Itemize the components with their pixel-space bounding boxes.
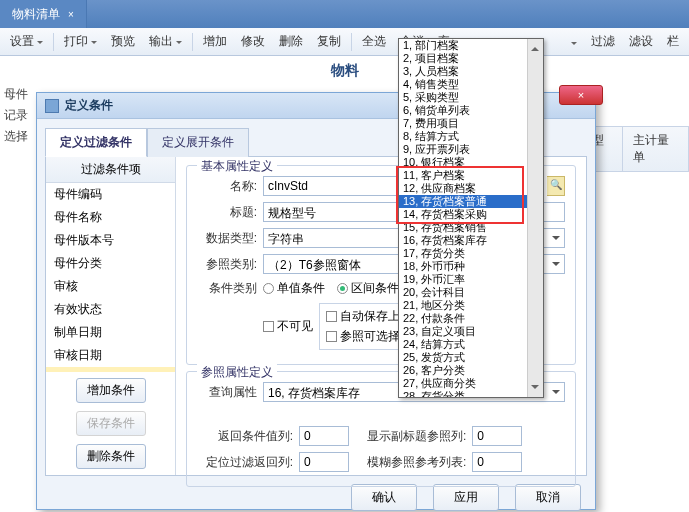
tb-copy[interactable]: 复制 xyxy=(311,29,347,54)
ref-dropdown[interactable]: 1, 部门档案2, 项目档案3, 人员档案4, 销售类型5, 采购类型6, 销货… xyxy=(398,38,544,398)
ok-button[interactable]: 确认 xyxy=(351,484,417,511)
col-uom[interactable]: 主计量单 xyxy=(623,127,689,171)
apply-button[interactable]: 应用 xyxy=(433,484,499,511)
tab-close-icon[interactable]: × xyxy=(68,9,74,20)
list-item[interactable]: 母件编码 xyxy=(46,183,175,206)
dropdown-item[interactable]: 20, 会计科目 xyxy=(399,286,543,299)
dropdown-item[interactable]: 14, 存货档案采购 xyxy=(399,208,543,221)
dropdown-item[interactable]: 23, 自定义项目 xyxy=(399,325,543,338)
dropdown-item[interactable]: 26, 客户分类 xyxy=(399,364,543,377)
fuzzy-input[interactable]: 0 xyxy=(472,452,522,472)
cancel-button[interactable]: 取消 xyxy=(515,484,581,511)
toolbar: 设置 打印 预览 输出 增加 修改 删除 复制 全选 全消 弃 过滤 滤设 栏 xyxy=(0,28,689,56)
dropdown-item[interactable]: 21, 地区分类 xyxy=(399,299,543,312)
dropdown-item[interactable]: 19, 外币汇率 xyxy=(399,273,543,286)
dropdown-item[interactable]: 7, 费用项目 xyxy=(399,117,543,130)
dropdown-item[interactable]: 15, 存货档案销售 xyxy=(399,221,543,234)
dropdown-item[interactable]: 3, 人员档案 xyxy=(399,65,543,78)
tb-filterset[interactable]: 滤设 xyxy=(623,29,659,54)
tab-filter-cond[interactable]: 定义过滤条件 xyxy=(45,128,147,157)
list-item[interactable]: 母件分类 xyxy=(46,252,175,275)
grid-row-labels: 母件 记录 选择 xyxy=(0,80,36,172)
add-cond-button[interactable]: 增加条件 xyxy=(76,378,146,403)
list-item[interactable]: 有效状态 xyxy=(46,298,175,321)
chk-invisible[interactable]: 不可见 xyxy=(263,318,313,335)
dropdown-item[interactable]: 4, 销售类型 xyxy=(399,78,543,91)
dropdown-item[interactable]: 16, 存货档案库存 xyxy=(399,234,543,247)
retval-input[interactable]: 0 xyxy=(299,426,349,446)
tb-delete[interactable]: 删除 xyxy=(273,29,309,54)
tb-filter[interactable]: 过滤 xyxy=(585,29,621,54)
radio-range[interactable]: 区间条件 xyxy=(337,280,399,297)
dialog-title: 定义条件 xyxy=(65,97,113,114)
tab-title: 物料清单 xyxy=(12,6,60,23)
dropdown-item[interactable]: 12, 供应商档案 xyxy=(399,182,543,195)
app-tabbar: 物料清单 × xyxy=(0,0,689,28)
dropdown-item[interactable]: 10, 银行档案 xyxy=(399,156,543,169)
dialog-close-button[interactable]: × xyxy=(559,85,603,105)
tb-col[interactable]: 栏 xyxy=(661,29,685,54)
dropdown-item[interactable]: 22, 付款条件 xyxy=(399,312,543,325)
dropdown-item[interactable]: 28, 存货分类 xyxy=(399,390,543,398)
dropdown-item[interactable]: 1, 部门档案 xyxy=(399,39,543,52)
radio-single[interactable]: 单值条件 xyxy=(263,280,325,297)
dropdown-item[interactable]: 27, 供应商分类 xyxy=(399,377,543,390)
dropdown-item[interactable]: 18, 外币币种 xyxy=(399,260,543,273)
tb-add[interactable]: 增加 xyxy=(197,29,233,54)
tb-settings[interactable]: 设置 xyxy=(4,29,49,54)
dropdown-item[interactable]: 8, 结算方式 xyxy=(399,130,543,143)
lookup-icon[interactable]: 🔍 xyxy=(547,176,565,196)
tb-print[interactable]: 打印 xyxy=(58,29,103,54)
tb-selall[interactable]: 全选 xyxy=(356,29,392,54)
dropdown-item[interactable]: 11, 客户档案 xyxy=(399,169,543,182)
scrollbar[interactable] xyxy=(527,39,543,397)
doc-tab[interactable]: 物料清单 × xyxy=(0,0,87,28)
dropdown-item[interactable]: 9, 应开票列表 xyxy=(399,143,543,156)
cond-list-header: 过滤条件项 xyxy=(46,157,175,183)
dropdown-item[interactable]: 25, 发货方式 xyxy=(399,351,543,364)
save-cond-button[interactable]: 保存条件 xyxy=(76,411,146,436)
locret-input[interactable]: 0 xyxy=(299,452,349,472)
dropdown-item[interactable]: 24, 结算方式 xyxy=(399,338,543,351)
list-item[interactable]: 母件名称 xyxy=(46,206,175,229)
dialog-icon xyxy=(45,99,59,113)
list-item[interactable]: 制单日期 xyxy=(46,321,175,344)
cond-list[interactable]: 母件编码 母件名称 母件版本号 母件分类 审核 有效状态 制单日期 审核日期 规… xyxy=(46,183,175,372)
dropdown-item[interactable]: 13, 存货档案普通 xyxy=(399,195,543,208)
list-item[interactable]: 母件版本号 xyxy=(46,229,175,252)
doc-label: 物料 xyxy=(0,62,689,80)
subtitle-input[interactable]: 0 xyxy=(472,426,522,446)
tb-preview[interactable]: 预览 xyxy=(105,29,141,54)
dropdown-item[interactable]: 17, 存货分类 xyxy=(399,247,543,260)
list-item[interactable]: 审核 xyxy=(46,275,175,298)
tb-output[interactable]: 输出 xyxy=(143,29,188,54)
tab-expand-cond[interactable]: 定义展开条件 xyxy=(147,128,249,157)
dropdown-item[interactable]: 5, 采购类型 xyxy=(399,91,543,104)
dropdown-item[interactable]: 6, 销货单列表 xyxy=(399,104,543,117)
list-item[interactable]: 审核日期 xyxy=(46,344,175,367)
del-cond-button[interactable]: 删除条件 xyxy=(76,444,146,469)
tb-edit[interactable]: 修改 xyxy=(235,29,271,54)
tb-more[interactable] xyxy=(562,31,583,53)
dropdown-item[interactable]: 2, 项目档案 xyxy=(399,52,543,65)
